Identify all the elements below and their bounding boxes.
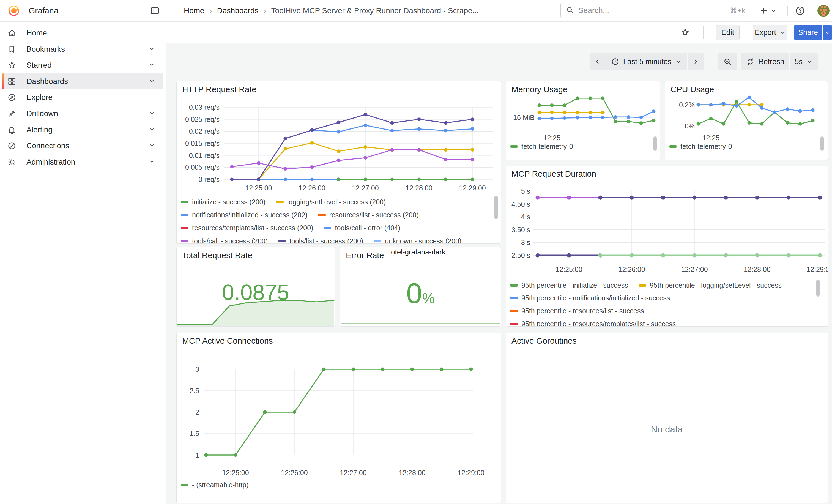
legend-swatch [181, 214, 188, 216]
svg-text:12:25:00: 12:25:00 [555, 265, 582, 273]
legend-item[interactable]: resources/templates/list - success (200) [181, 224, 313, 232]
search-input[interactable] [578, 6, 726, 15]
legend-item[interactable]: tools/call - error (404) [323, 224, 400, 232]
svg-text:12:29:00: 12:29:00 [459, 184, 486, 192]
sidebar-item-administration[interactable]: Administration [2, 154, 163, 170]
legend-label: 95th percentile - resources/list - succe… [521, 307, 644, 315]
legend-row: tools/call - success (200)tools/list - s… [181, 237, 461, 244]
chevron-down-icon[interactable] [149, 45, 155, 53]
time-range-picker[interactable]: Last 5 minutes [605, 53, 687, 71]
mcp-active-connections-chart[interactable]: 11.522.5312:25:0012:26:0012:27:0012:28:0… [177, 333, 501, 503]
legend-label: 95th percentile - notifications/initiali… [521, 294, 670, 302]
legend-item[interactable]: tools/call - success (200) [181, 237, 268, 244]
time-back-button[interactable] [590, 53, 605, 71]
legend-item[interactable]: tools/list - success (200) [278, 237, 363, 244]
sidebar-toggle-icon[interactable] [150, 6, 160, 16]
legend-item[interactable]: notifications/initialized - success (202… [181, 211, 308, 219]
svg-text:4 s: 4 s [521, 213, 530, 221]
legend-scrollbar[interactable] [653, 136, 657, 151]
legend-row: - (streamable-http) [181, 481, 249, 489]
sidebar-item-explore[interactable]: Explore [2, 89, 163, 105]
svg-text:1: 1 [196, 451, 199, 459]
panel-title[interactable]: MCP Request Duration [512, 169, 596, 179]
dashboards-icon [7, 77, 17, 86]
svg-text:3 s: 3 s [521, 239, 530, 246]
share-dropdown-button[interactable] [823, 25, 832, 40]
legend-scrollbar[interactable] [816, 280, 820, 297]
refresh-label: Refresh [758, 57, 784, 66]
stat-number: 0 [406, 277, 422, 309]
chevron-down-icon[interactable] [149, 126, 155, 134]
legend-swatch [323, 227, 331, 229]
panel-title[interactable]: Active Goroutines [512, 336, 577, 346]
breadcrumb-dashboards[interactable]: Dashboards [217, 6, 259, 15]
legend-label: initialize - success (200) [192, 198, 265, 206]
share-button[interactable]: Share [794, 25, 822, 40]
legend-label: unknown - success (200) [385, 237, 461, 244]
legend-item[interactable]: 95th percentile - notifications/initiali… [510, 294, 670, 302]
legend-item[interactable]: 95th percentile - resources/templates/li… [510, 320, 676, 326]
sidebar-item-alerting[interactable]: Alerting [2, 122, 163, 138]
refresh-interval-picker[interactable]: 5s [789, 53, 818, 71]
svg-text:12:25:00: 12:25:00 [245, 184, 272, 192]
chevron-down-icon[interactable] [149, 61, 155, 69]
legend-label: resources/list - success (200) [329, 211, 419, 219]
legend-swatch [374, 240, 381, 242]
sidebar-item-drilldown[interactable]: Drilldown [2, 106, 163, 122]
chevron-down-icon[interactable] [149, 142, 155, 150]
time-forward-button[interactable] [687, 53, 703, 71]
sidebar-item-connections[interactable]: Connections [2, 138, 163, 154]
brand-title[interactable]: Grafana [29, 0, 58, 22]
legend-item[interactable]: 95th percentile - initialize - success [510, 282, 628, 289]
stat-value: 0.0875 [177, 280, 335, 305]
zoom-out-icon[interactable] [718, 53, 737, 71]
export-button[interactable]: Export [753, 25, 787, 40]
favorite-star-icon[interactable] [678, 26, 692, 39]
http-request-rate-chart[interactable]: 0 req/s0.005 req/s0.01 req/s0.015 req/s0… [177, 81, 501, 244]
legend-item[interactable]: fetch-telemetry-0 [510, 142, 573, 151]
legend-item[interactable]: resources/list - success (200) [318, 211, 419, 219]
legend-item[interactable]: fetch-telemetry-0 [669, 142, 732, 151]
legend-item[interactable]: - (streamable-http) [181, 481, 249, 489]
breadcrumb-home[interactable]: Home [184, 6, 204, 15]
sidebar-item-bookmarks[interactable]: Bookmarks [2, 41, 163, 57]
chevron-down-icon[interactable] [149, 110, 155, 117]
svg-text:2: 2 [196, 408, 199, 416]
help-icon[interactable] [794, 5, 807, 17]
legend-item[interactable]: unknown - success (200) [374, 237, 461, 244]
sidebar-item-dashboards[interactable]: Dashboards [2, 74, 163, 89]
search-shortcut: ⌘+k [730, 6, 746, 15]
sidebar-item-starred[interactable]: Starred [2, 57, 163, 73]
legend-scrollbar[interactable] [821, 136, 824, 151]
chevron-down-icon[interactable] [149, 158, 155, 166]
panel-title[interactable]: Total Request Rate [182, 250, 252, 260]
panel-title[interactable]: Error Rate [346, 250, 384, 260]
chevron-down-icon[interactable] [149, 78, 155, 85]
panel-title[interactable]: HTTP Request Rate [182, 85, 256, 94]
sidebar-item-home[interactable]: Home [2, 25, 163, 41]
legend-scrollbar[interactable] [494, 195, 498, 219]
svg-text:1.5: 1.5 [189, 430, 199, 437]
panel-memory-usage: Memory Usage 16 MiB12:25 fetch-telemetry… [506, 81, 660, 160]
search-box[interactable]: ⌘+k [561, 3, 751, 18]
legend-label: - (streamable-http) [192, 481, 249, 489]
grafana-logo-icon[interactable] [8, 5, 20, 17]
add-new-button[interactable] [757, 5, 779, 17]
avatar[interactable] [817, 5, 830, 17]
mcp-request-duration-chart[interactable]: 5 s4.50 s4 s3.50 s3 s2.50 s12:25:0012:26… [506, 166, 828, 326]
panel-title[interactable]: MCP Active Connections [182, 336, 273, 346]
svg-text:3: 3 [196, 365, 199, 373]
sidebar-item-label: Bookmarks [26, 45, 65, 54]
legend-label: tools/list - success (200) [289, 237, 363, 244]
legend-item[interactable]: 95th percentile - logging/setLevel - suc… [639, 282, 782, 289]
panel-title[interactable]: CPU Usage [671, 85, 714, 94]
breadcrumb-current[interactable]: ToolHive MCP Server & Proxy Runner Dashb… [271, 6, 479, 15]
panel-title[interactable]: Memory Usage [512, 85, 567, 94]
drilldown-icon [7, 109, 17, 118]
legend-item[interactable]: logging/setLevel - success (200) [276, 198, 386, 206]
edit-button[interactable]: Edit [716, 25, 739, 40]
legend-item[interactable]: initialize - success (200) [181, 198, 265, 206]
refresh-button[interactable]: Refresh [741, 53, 789, 71]
legend-item[interactable]: 95th percentile - resources/list - succe… [510, 307, 644, 315]
legend-swatch [181, 240, 188, 242]
